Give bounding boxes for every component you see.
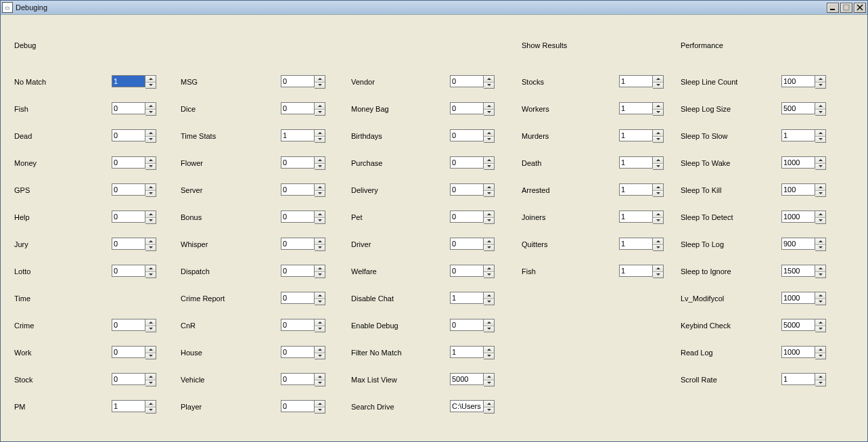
sleep-log-size-spin-up[interactable] [815, 103, 825, 109]
lotto-spin-down[interactable] [145, 271, 156, 278]
jury-spin-up[interactable] [145, 238, 156, 244]
no-match-input[interactable] [112, 75, 145, 87]
max-list-view-spin-up[interactable] [484, 374, 494, 380]
sleep-to-ignore-input[interactable] [781, 265, 815, 277]
max-list-view-spin-down[interactable] [484, 380, 494, 386]
pm-spin-down[interactable] [145, 407, 156, 414]
bonus-spin-up[interactable] [315, 211, 325, 217]
player-input[interactable] [281, 400, 315, 412]
birthdays-input[interactable] [450, 129, 484, 141]
sleep-to-ignore-spin-up[interactable] [815, 265, 825, 271]
dead-input[interactable] [112, 129, 145, 141]
read-log-spin-down[interactable] [815, 353, 825, 359]
no-match-spin-down[interactable] [145, 82, 156, 89]
dice-spin-down[interactable] [315, 109, 325, 116]
money-spin-down[interactable] [145, 163, 156, 170]
workers-input[interactable] [619, 102, 653, 114]
time-stats-spin-down[interactable] [315, 136, 325, 143]
driver-spin-down[interactable] [484, 244, 494, 251]
pm-input[interactable] [112, 400, 145, 412]
fish-spin-up[interactable] [145, 103, 156, 109]
sleep-to-kill-input[interactable] [781, 183, 815, 196]
lv-modifycol-input[interactable] [781, 292, 815, 304]
server-spin-up[interactable] [315, 184, 325, 190]
pm-spin-up[interactable] [145, 401, 156, 407]
pet-input[interactable] [450, 211, 484, 223]
max-list-view-input[interactable] [450, 373, 484, 385]
stock-input[interactable] [112, 373, 145, 385]
whisper-spin-down[interactable] [315, 244, 325, 251]
read-log-input[interactable] [781, 346, 815, 358]
pet-spin-down[interactable] [484, 217, 494, 224]
sleep-to-wake-input[interactable] [781, 156, 815, 169]
crime-input[interactable] [112, 319, 145, 331]
sleep-to-wake-spin-down[interactable] [815, 163, 825, 170]
disable-chat-spin-down[interactable] [484, 299, 494, 305]
sleep-to-detect-spin-down[interactable] [815, 217, 825, 224]
dispatch-spin-up[interactable] [315, 265, 325, 271]
work-input[interactable] [112, 346, 145, 358]
stock-spin-up[interactable] [145, 374, 156, 380]
sleep-to-ignore-spin-down[interactable] [815, 271, 825, 278]
msg-spin-down[interactable] [315, 82, 325, 89]
lv-modifycol-spin-down[interactable] [815, 299, 825, 305]
cnr-spin-up[interactable] [315, 319, 325, 326]
stocks-spin-up[interactable] [653, 76, 663, 82]
workers-spin-down[interactable] [653, 109, 663, 116]
driver-spin-up[interactable] [484, 238, 494, 244]
help-input[interactable] [112, 211, 145, 223]
money-bag-input[interactable] [450, 102, 484, 114]
sleep-to-detect-input[interactable] [781, 211, 815, 223]
sleep-to-log-spin-down[interactable] [815, 244, 825, 251]
stock-spin-down[interactable] [145, 380, 156, 386]
jury-input[interactable] [112, 238, 145, 250]
vehicle-spin-down[interactable] [315, 380, 325, 386]
gps-spin-down[interactable] [145, 190, 156, 197]
stocks-input[interactable] [619, 75, 653, 87]
crime-report-spin-up[interactable] [315, 292, 325, 299]
arrested-spin-up[interactable] [653, 184, 663, 190]
lotto-input[interactable] [112, 265, 145, 277]
player-spin-up[interactable] [315, 401, 325, 407]
vendor-spin-down[interactable] [484, 82, 494, 89]
purchase-spin-up[interactable] [484, 157, 494, 163]
titlebar[interactable]: ▭ Debuging [1, 1, 867, 15]
scroll-rate-spin-up[interactable] [815, 374, 825, 380]
maximize-button[interactable] [840, 3, 852, 13]
vehicle-input[interactable] [281, 373, 315, 385]
enable-debug-input[interactable] [450, 319, 484, 331]
close-button[interactable] [854, 3, 866, 13]
sleep-line-count-input[interactable] [781, 75, 815, 87]
dispatch-input[interactable] [281, 265, 315, 277]
work-spin-up[interactable] [145, 347, 156, 353]
keybind-check-spin-up[interactable] [815, 319, 825, 326]
gps-spin-up[interactable] [145, 184, 156, 190]
money-bag-spin-down[interactable] [484, 109, 494, 116]
welfare-spin-down[interactable] [484, 271, 494, 278]
purchase-input[interactable] [450, 156, 484, 169]
dice-input[interactable] [281, 102, 315, 114]
msg-spin-up[interactable] [315, 76, 325, 82]
delivery-input[interactable] [450, 183, 484, 196]
pet-spin-up[interactable] [484, 211, 494, 217]
search-drive-spin-up[interactable] [484, 401, 494, 407]
flower-spin-up[interactable] [315, 157, 325, 163]
welfare-spin-up[interactable] [484, 265, 494, 271]
whisper-input[interactable] [281, 238, 315, 250]
search-drive-input[interactable] [450, 400, 484, 412]
flower-spin-down[interactable] [315, 163, 325, 170]
sleep-to-slow-input[interactable] [781, 129, 815, 141]
murders-input[interactable] [619, 129, 653, 141]
death-spin-up[interactable] [653, 157, 663, 163]
money-spin-up[interactable] [145, 157, 156, 163]
enable-debug-spin-up[interactable] [484, 319, 494, 326]
disable-chat-input[interactable] [450, 292, 484, 304]
dead-spin-down[interactable] [145, 136, 156, 143]
sleep-to-log-input[interactable] [781, 238, 815, 250]
keybind-check-spin-down[interactable] [815, 326, 825, 332]
delivery-spin-up[interactable] [484, 184, 494, 190]
purchase-spin-down[interactable] [484, 163, 494, 170]
arrested-input[interactable] [619, 183, 653, 196]
read-log-spin-up[interactable] [815, 347, 825, 353]
filter-no-match-input[interactable] [450, 346, 484, 358]
